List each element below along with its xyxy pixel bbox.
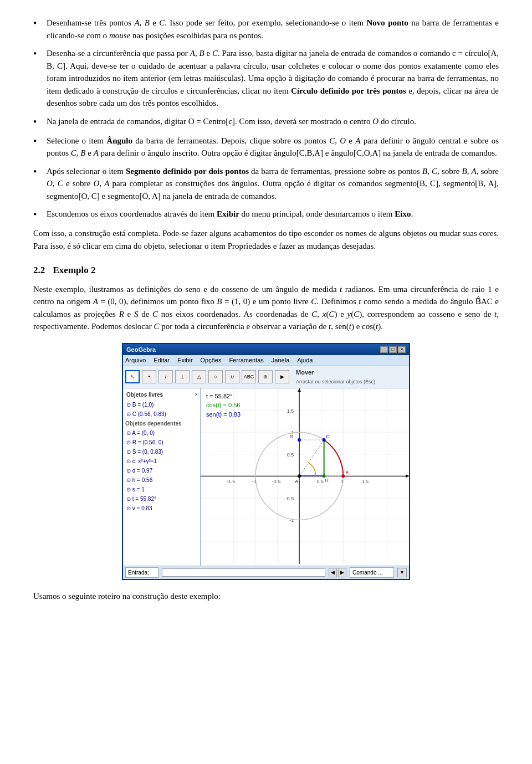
bullet-text: Escondemos os eixos coordenados através … — [47, 208, 499, 221]
svg-text:R: R — [325, 478, 329, 483]
sidebar-section-dep: Objetos dependentes — [124, 419, 199, 428]
sidebar-item-d: ⊙ d = 0.97 — [124, 466, 199, 475]
list-item: • Selecione o item Ângulo da barra de fe… — [33, 135, 499, 160]
sidebar-item-t: ⊙ t = 55.82° — [124, 494, 199, 504]
tool-abc[interactable]: ABC — [242, 370, 256, 383]
list-item: • Após selecionar o item Segmento defini… — [33, 165, 499, 203]
gg-body: Objetos livres × ⊙ B = (1,0) ⊙ C (0.56, … — [123, 388, 409, 566]
bullet-text: Na janela de entrada de comandos, digita… — [47, 115, 499, 128]
svg-text:-1.5: -1.5 — [227, 479, 235, 484]
menu-janela[interactable]: Janela — [272, 356, 289, 365]
svg-text:1.5: 1.5 — [362, 479, 369, 484]
svg-point-44 — [298, 474, 301, 478]
bullet-text: Desenham-se três pontos A, B e C. Isso p… — [47, 17, 499, 42]
bullet-dot: • — [33, 165, 43, 179]
gg-btn-down[interactable]: ▼ — [397, 568, 407, 578]
gg-title: GeoGebra — [126, 345, 156, 355]
tool-poly[interactable]: △ — [192, 370, 206, 383]
bullet-dot: • — [33, 17, 43, 30]
gg-sidebar-close[interactable]: × — [195, 391, 198, 399]
tool-extra[interactable]: ▶ — [275, 370, 289, 383]
geogebra-screenshot: GeoGebra _ □ × Arquivo Editar Exibir Opç… — [33, 343, 499, 580]
sidebar-item-v: ⊙ v = 0.83 — [124, 504, 199, 513]
menu-exibir[interactable]: Exibir — [177, 356, 193, 365]
tool-move[interactable]: ↖ — [125, 370, 140, 383]
bullet-dot: • — [33, 47, 43, 61]
svg-text:0.5: 0.5 — [317, 479, 324, 484]
svg-text:-0.5: -0.5 — [272, 479, 280, 484]
section-heading: 2.2 Exemplo 2 — [33, 263, 499, 278]
gg-sidebar-header: Objetos livres — [125, 390, 164, 399]
paragraph-completion: Com isso, a construção está completa. Po… — [33, 227, 499, 252]
tool-conic[interactable]: ∪ — [225, 370, 239, 383]
paragraph-example2: Neste exemplo, ilustramos as definições … — [33, 283, 499, 333]
tool-transform[interactable]: ⊕ — [258, 370, 273, 383]
svg-text:0.5: 0.5 — [287, 452, 294, 458]
bullet-text: Desenha-se a circunferência que passa po… — [47, 47, 499, 110]
geogebra-window: GeoGebra _ □ × Arquivo Editar Exibir Opç… — [122, 343, 410, 580]
formula-sen: sen(t) = 0.83 — [206, 410, 241, 419]
menu-opcoes[interactable]: Opções — [201, 356, 222, 365]
bullet-dot: • — [33, 135, 43, 148]
menu-editar[interactable]: Editar — [154, 356, 170, 365]
gg-overlay-formulas: t = 55.82° cos(t) = 0.56 sen(t) = 0.83 — [206, 392, 241, 419]
gg-close-btn[interactable]: × — [398, 346, 406, 353]
tool-circle[interactable]: ○ — [208, 370, 223, 383]
bullet-list: • Desenham-se três pontos A, B e C. Isso… — [33, 17, 499, 222]
gg-titlebar-buttons: _ □ × — [380, 346, 406, 353]
svg-text:A: A — [295, 479, 298, 484]
sidebar-item-A: ⊙ A = (0, 0) — [124, 428, 199, 438]
gg-tool-label: Mover Arrastar ou selecionar objetos (Es… — [296, 368, 375, 386]
menu-ajuda[interactable]: Ajuda — [297, 356, 313, 365]
gg-btn-right[interactable]: ▶ — [338, 568, 346, 578]
sidebar-item-R: ⊙ R = (0.56, 0) — [124, 438, 199, 447]
gg-minimize-btn[interactable]: _ — [380, 346, 388, 353]
gg-titlebar: GeoGebra _ □ × — [123, 344, 409, 356]
section-title: Exemplo 2 — [53, 265, 96, 275]
sidebar-item-C: ⊙ C (0.56, 0.83) — [124, 409, 199, 419]
tool-point[interactable]: • — [142, 370, 156, 383]
gg-statusbar: Entrada: ◀ ▶ Comando ... ▼ — [123, 566, 409, 579]
gg-comando-label[interactable]: Comando ... — [350, 567, 394, 578]
gg-statusbar-buttons: ◀ ▶ — [329, 568, 346, 578]
svg-text:S: S — [290, 434, 293, 439]
sidebar-item-S: ⊙ S = (0, 0.83) — [124, 447, 199, 457]
svg-text:1.5: 1.5 — [287, 408, 294, 413]
gg-maximize-btn[interactable]: □ — [389, 346, 397, 353]
list-item: • Desenha-se a circunferência que passa … — [33, 47, 499, 110]
list-item: • Desenham-se três pontos A, B e C. Isso… — [33, 17, 499, 42]
menu-arquivo[interactable]: Arquivo — [125, 356, 146, 365]
list-item: • Na janela de entrada de comandos, digi… — [33, 115, 499, 129]
sidebar-item-s: ⊙ s = 1 — [124, 485, 199, 494]
tool-line[interactable]: / — [158, 370, 173, 383]
gg-toolbar: ↖ • / ⊥ △ ○ ∪ ABC ⊕ ▶ Mover Arrastar ou … — [123, 366, 409, 388]
formula-cos: cos(t) = 0.56 — [206, 401, 241, 410]
svg-text:-0.5: -0.5 — [285, 496, 294, 501]
list-item: • Escondemos os eixos coordenados atravé… — [33, 208, 499, 222]
bullet-dot: • — [33, 115, 43, 129]
gg-menubar: Arquivo Editar Exibir Opções Ferramentas… — [123, 355, 409, 366]
paragraph-roteiro: Usamos o seguinte roteiro na construção … — [33, 590, 499, 603]
gg-entrada-label: Entrada: — [125, 567, 158, 578]
page-content: • Desenham-se três pontos A, B e C. Isso… — [33, 17, 499, 602]
bullet-text: Após selecionar o item Segmento definido… — [47, 165, 499, 203]
svg-point-36 — [341, 474, 345, 478]
svg-text:C: C — [326, 434, 330, 439]
svg-text:B: B — [345, 470, 349, 475]
sidebar-item-B: ⊙ B = (1,0) — [124, 400, 199, 409]
svg-text:-1: -1 — [289, 517, 294, 523]
gg-input-field[interactable] — [162, 568, 325, 577]
formula-t: t = 55.82° — [206, 392, 241, 401]
menu-ferramentas[interactable]: Ferramentas — [229, 356, 263, 365]
section-number: 2.2 — [33, 265, 45, 275]
sidebar-item-h: ⊙ h = 0.56 — [124, 475, 199, 485]
sidebar-item-c: ⊙ c: x²+y²=1 — [124, 457, 199, 466]
gg-sidebar: Objetos livres × ⊙ B = (1,0) ⊙ C (0.56, … — [123, 388, 201, 566]
gg-canvas: t = 55.82° cos(t) = 0.56 sen(t) = 0.83 — [201, 388, 409, 566]
gg-btn-left[interactable]: ◀ — [329, 568, 337, 578]
bullet-dot: • — [33, 208, 43, 222]
tool-perp[interactable]: ⊥ — [175, 370, 190, 383]
bullet-text: Selecione o item Ângulo da barra de ferr… — [47, 135, 499, 160]
